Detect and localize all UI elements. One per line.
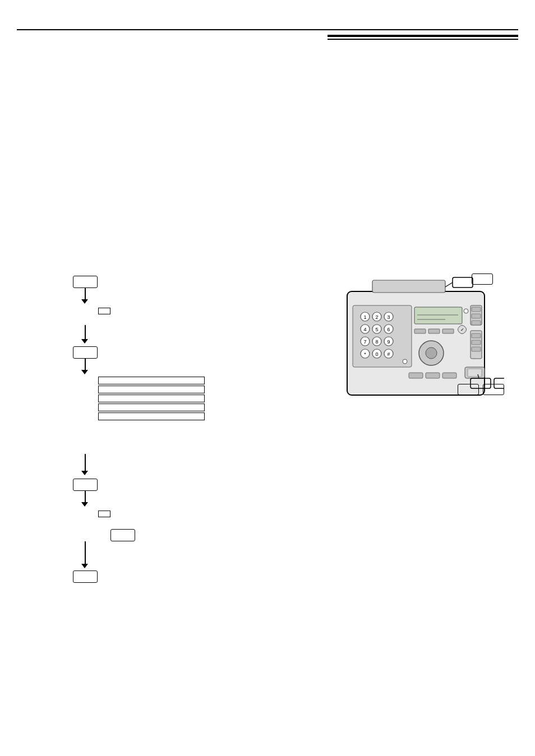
flow-arrow-6 xyxy=(81,564,88,568)
svg-rect-50 xyxy=(453,277,473,287)
svg-point-55 xyxy=(403,359,407,364)
flow-arrow-1 xyxy=(81,299,88,304)
svg-text:1: 1 xyxy=(363,314,366,320)
svg-point-35 xyxy=(426,347,437,359)
step5-button[interactable] xyxy=(73,571,98,586)
flow-arrow-3 xyxy=(81,370,88,374)
top-horizontal-line xyxy=(17,29,518,30)
svg-rect-41 xyxy=(472,314,481,318)
svg-text:✓: ✓ xyxy=(460,327,464,332)
svg-point-29 xyxy=(464,309,468,313)
svg-rect-30 xyxy=(414,329,426,333)
flow-line-6 xyxy=(85,541,86,564)
svg-rect-38 xyxy=(442,373,456,378)
printing-screen xyxy=(98,510,110,520)
svg-text:5: 5 xyxy=(375,327,378,332)
flow-line-3 xyxy=(85,359,86,370)
bottom-bracket-right xyxy=(483,384,504,395)
top-bracket-callout xyxy=(472,273,493,285)
double-line-decoration xyxy=(328,35,518,40)
svg-text:7: 7 xyxy=(363,339,366,345)
svg-line-51 xyxy=(445,282,453,287)
svg-rect-44 xyxy=(472,333,481,338)
svg-text:4: 4 xyxy=(363,327,366,332)
setup-list-item[interactable] xyxy=(98,377,205,384)
broadcast-list-item[interactable] xyxy=(98,412,205,420)
svg-text:#: # xyxy=(387,351,390,357)
journal-report-item[interactable] xyxy=(98,395,205,402)
svg-rect-40 xyxy=(472,307,481,312)
flow-arrow-5 xyxy=(81,502,88,507)
flow-line-1 xyxy=(85,288,86,299)
svg-rect-26 xyxy=(414,307,462,324)
bottom-bracket-left xyxy=(458,384,479,395)
flow-line-2 xyxy=(85,325,86,339)
svg-rect-49 xyxy=(372,280,445,293)
svg-text:0: 0 xyxy=(375,351,378,357)
svg-rect-48 xyxy=(468,369,482,377)
svg-rect-45 xyxy=(472,340,481,345)
fax-machine-illustration: 1 2 3 4 5 6 7 8 9 * 0 # ✓ xyxy=(342,275,504,423)
svg-rect-42 xyxy=(472,321,481,325)
step4-button[interactable] xyxy=(110,529,135,544)
svg-rect-37 xyxy=(426,373,440,378)
svg-rect-46 xyxy=(472,347,481,351)
svg-text:*: * xyxy=(364,351,366,357)
svg-text:2: 2 xyxy=(375,314,378,320)
svg-text:8: 8 xyxy=(375,339,378,345)
flow-arrow-4 xyxy=(81,471,88,475)
flow-line-4 xyxy=(85,454,86,471)
printer-test-item[interactable] xyxy=(98,403,205,411)
svg-text:3: 3 xyxy=(387,314,390,320)
menu-list xyxy=(98,377,205,421)
svg-rect-31 xyxy=(428,329,440,333)
tel-no-list-item[interactable] xyxy=(98,386,205,393)
svg-rect-32 xyxy=(442,329,454,333)
flow-line-5 xyxy=(85,491,86,502)
flow-arrow-2 xyxy=(81,339,88,344)
svg-rect-36 xyxy=(409,373,423,378)
svg-text:6: 6 xyxy=(387,327,390,332)
svg-text:9: 9 xyxy=(387,339,390,345)
print-report-screen xyxy=(98,307,110,317)
